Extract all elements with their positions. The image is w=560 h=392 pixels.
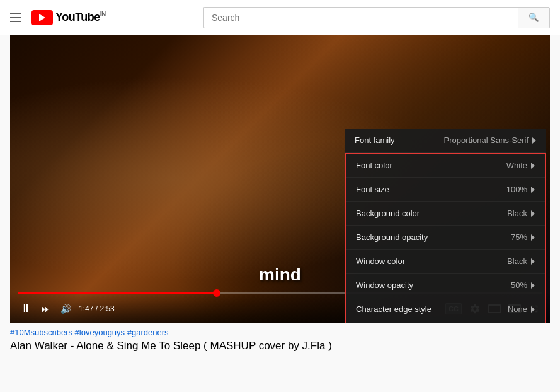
progress-fill bbox=[18, 292, 217, 294]
caption-value-font-color: White bbox=[506, 161, 535, 170]
chevron-right-icon bbox=[531, 187, 535, 193]
header-left: YouTubeIN bbox=[10, 10, 106, 25]
youtube-icon bbox=[31, 10, 53, 25]
caption-label-window-color: Window color bbox=[356, 257, 405, 266]
caption-value-window-opacity: 50% bbox=[511, 280, 535, 290]
skip-icon bbox=[42, 304, 50, 314]
video-title: Alan Walker - Alone & Sing Me To Sleep (… bbox=[10, 340, 550, 352]
caption-row-char-edge[interactable]: Character edge style None bbox=[346, 297, 545, 321]
caption-row-bg-color[interactable]: Background color Black bbox=[346, 202, 545, 226]
caption-value-font-family: Proportional Sans-Serif bbox=[444, 135, 536, 145]
play-pause-icon bbox=[20, 302, 31, 315]
caption-value-bg-color: Black bbox=[507, 209, 535, 218]
caption-panel: Font family Proportional Sans-Serif Font… bbox=[345, 129, 546, 323]
caption-row-font-family[interactable]: Font family Proportional Sans-Serif bbox=[345, 129, 546, 153]
caption-border-section: Font color White Font size 100% bbox=[345, 153, 546, 323]
search-bar: 🔍 bbox=[203, 7, 550, 28]
search-button[interactable]: 🔍 bbox=[518, 7, 550, 28]
chevron-right-icon bbox=[531, 163, 535, 169]
hashtags[interactable]: #10Msubscribers #loveyouguys #gardeners bbox=[10, 328, 550, 337]
caption-row-window-opacity[interactable]: Window opacity 50% bbox=[346, 274, 545, 297]
caption-value-bg-opacity: 75% bbox=[511, 233, 535, 242]
subtitle-text: mind bbox=[259, 265, 301, 285]
caption-label-char-edge: Character edge style bbox=[356, 304, 431, 314]
play-pause-button[interactable] bbox=[18, 299, 34, 318]
caption-label-font-family: Font family bbox=[355, 135, 395, 145]
caption-value-window-color: Black bbox=[507, 257, 535, 266]
chevron-right-icon bbox=[532, 137, 536, 144]
caption-value-font-size: 100% bbox=[506, 185, 535, 194]
chevron-right-icon bbox=[531, 234, 535, 241]
caption-label-font-color: Font color bbox=[356, 161, 392, 170]
video-player[interactable]: mind Font family Proportional Sans-Serif… bbox=[10, 35, 550, 323]
video-background: mind Font family Proportional Sans-Serif… bbox=[10, 35, 550, 323]
below-video: #10Msubscribers #loveyouguys #gardeners … bbox=[0, 323, 560, 357]
chevron-right-icon bbox=[531, 258, 535, 265]
hamburger-menu[interactable] bbox=[10, 13, 21, 22]
caption-row-font-size[interactable]: Font size 100% bbox=[346, 178, 545, 202]
caption-row-bg-opacity[interactable]: Background opacity 75% bbox=[346, 226, 545, 250]
chevron-right-icon bbox=[531, 282, 535, 289]
header: YouTubeIN 🔍 bbox=[0, 0, 560, 35]
youtube-wordmark: YouTubeIN bbox=[55, 11, 106, 24]
caption-row-window-color[interactable]: Window color Black bbox=[346, 250, 545, 274]
caption-row-font-color[interactable]: Font color White bbox=[346, 154, 545, 178]
volume-button[interactable] bbox=[58, 301, 74, 316]
volume-icon bbox=[60, 304, 71, 314]
time-display: 1:47 / 2:53 bbox=[79, 304, 115, 313]
caption-value-char-edge: None bbox=[508, 304, 535, 314]
caption-label-bg-opacity: Background opacity bbox=[356, 233, 428, 242]
caption-row-font-opacity[interactable]: Font opacity 100% bbox=[346, 321, 545, 323]
skip-button[interactable] bbox=[39, 301, 53, 316]
search-input[interactable] bbox=[203, 7, 518, 28]
caption-label-font-size: Font size bbox=[356, 185, 389, 194]
caption-label-window-opacity: Window opacity bbox=[356, 280, 413, 290]
chevron-right-icon bbox=[531, 306, 535, 313]
youtube-logo[interactable]: YouTubeIN bbox=[31, 10, 106, 25]
chevron-right-icon bbox=[531, 210, 535, 217]
caption-label-bg-color: Background color bbox=[356, 209, 420, 218]
